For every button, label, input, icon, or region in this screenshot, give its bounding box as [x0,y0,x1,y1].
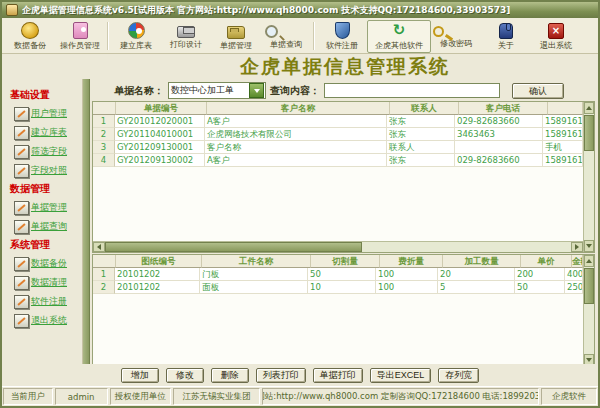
column-header[interactable]: 金额 [572,255,583,268]
column-header[interactable]: 工件名称 [202,255,311,268]
cell-contact: 张东 [387,154,455,167]
toolbar-button-about[interactable]: 关于 [481,20,531,52]
list-print-button[interactable]: 列表打印 [256,368,306,383]
table-row[interactable]: 4 GY201209130002 A客户 张东 029-82683660 158… [93,154,583,167]
notepad-icon [14,126,29,140]
notepad-icon [14,145,29,159]
column-header[interactable]: 客户电话 [459,102,548,115]
title-bar[interactable]: 企虎单据管理信息系统v6.5[试用版本 官方网站:http://www.qh80… [2,2,598,18]
sidebar-item-label: 筛选字段 [31,145,67,158]
content-area: 单据名称： 数控中心加工单 查询内容： 确认 单据编号 客户名称 联系人 [90,79,598,364]
toolbar-button-create-table[interactable]: 建立库表 [111,20,161,52]
add-button[interactable]: 增加 [121,368,159,383]
sidebar-item-create-table[interactable]: 建立库表 [14,125,82,140]
sidebar-item-label: 建立库表 [31,126,67,139]
body-row: 基础设置 用户管理 建立库表 筛选字段 字段对照 数据管理 单据管理 [2,79,598,364]
column-header[interactable] [548,102,583,115]
cell-customer: A客户 [205,154,387,167]
cell-unit-price: 200 [515,268,565,281]
toolbar-button-other-software[interactable]: ↻ 企虎其他软件 [367,20,431,53]
status-bar: 当前用户 admin 授权使用单位 江苏无锡实业集团 官方网站:http://w… [2,386,598,406]
sidebar-item-doc-query[interactable]: 单据查询 [14,219,82,234]
sidebar-item-filter-fields[interactable]: 筛选字段 [14,144,82,159]
column-header[interactable]: 加工数量 [443,255,521,268]
toolbar-button-exit[interactable]: × 退出系统 [531,21,581,52]
export-excel-button[interactable]: 导出EXCEL [370,368,432,383]
delete-button[interactable]: 删除 [211,368,249,383]
toolbar-button-operator-manage[interactable]: 操作员管理 [55,20,105,52]
sidebar-item-doc-manage[interactable]: 单据管理 [14,200,82,215]
scrollbar-thumb[interactable] [105,242,362,252]
table-row[interactable]: 1 20101202 门板 50 100 20 200 4000 [93,268,583,281]
toolbar-button-change-password[interactable]: 修改密码 [431,22,481,50]
orders-vertical-scrollbar[interactable] [583,102,594,252]
row-number: 4 [93,154,115,167]
toolbar-button-backup[interactable]: 数据备份 [5,20,55,52]
sidebar-item-label: 软件注册 [31,295,67,308]
column-header[interactable]: 联系人 [390,102,459,115]
notepad-icon [14,201,29,215]
status-website-info: 官方网站:http://www.qh8000.com 定制咨询QQ:172184… [262,388,538,405]
sidebar-item-user-manage[interactable]: 用户管理 [14,106,82,121]
column-header[interactable]: 切割量 [311,255,380,268]
action-button-row: 增加 修改 删除 列表打印 单据打印 导出EXCEL 存列宽 [2,364,598,386]
column-header[interactable]: 单价 [521,255,572,268]
sidebar-item-field-mapping[interactable]: 字段对照 [14,163,82,178]
scroll-left-icon[interactable] [93,242,105,252]
sidebar-splitter[interactable] [82,79,90,364]
table-row[interactable]: 2 20101202 面板 10 100 5 50 250 [93,281,583,294]
doc-name-select[interactable]: 数控中心加工单 [168,82,266,99]
scrollbar-thumb[interactable] [584,268,594,304]
sidebar-item-label: 数据清理 [31,276,67,289]
toolbar-button-doc-manage[interactable]: 单据管理 [211,21,261,52]
cell-mobile: 手机 [543,141,583,154]
table-row[interactable]: 1 GY201012020001 A客户 张东 029-82683660 158… [93,115,583,128]
sidebar-group-system-manage: 系统管理 [10,238,82,252]
scrollbar-thumb[interactable] [584,115,594,151]
row-number-header [93,102,116,115]
page-title: 企虎单据信息管理系统 [240,55,450,77]
column-header[interactable]: 单据编号 [116,102,207,115]
toolbar-button-register[interactable]: 软件注册 [317,20,367,52]
cell-phone: 029-82683660 [455,154,543,167]
sidebar-item-data-backup[interactable]: 数据备份 [14,256,82,271]
cell-customer: 企虎网络技术有限公司 [205,128,387,141]
doc-print-button[interactable]: 单据打印 [313,368,363,383]
scroll-up-icon[interactable] [584,255,594,267]
toolbar-button-print-design[interactable]: 打印设计 [161,21,211,51]
save-column-width-button[interactable]: 存列宽 [438,368,479,383]
sidebar-item-register[interactable]: 软件注册 [14,294,82,309]
orders-table: 单据编号 客户名称 联系人 客户电话 1 GY201012020001 A客户 … [92,101,595,253]
query-input[interactable] [324,83,500,98]
details-vertical-scrollbar[interactable] [583,255,594,366]
confirm-button[interactable]: 确认 [512,83,564,99]
column-header[interactable]: 费折量 [380,255,443,268]
cell-amount: 4000 [565,268,583,281]
cell-cut-qty: 50 [308,268,376,281]
modify-button[interactable]: 修改 [166,368,204,383]
scroll-down-icon[interactable] [584,240,594,252]
sidebar-item-exit[interactable]: 退出系统 [14,313,82,328]
table-row[interactable]: 2 GY201104010001 企虎网络技术有限公司 张东 3463463 1… [93,128,583,141]
cell-fold-qty: 100 [376,281,438,294]
column-header[interactable]: 图纸编号 [116,255,202,268]
table-row[interactable]: 3 GY201209130001 客户名称 联系人 手机 [93,141,583,154]
details-table-header: 图纸编号 工件名称 切割量 费折量 加工数量 单价 金额 [93,255,583,268]
scroll-up-icon[interactable] [584,102,594,114]
doc-name-value: 数控中心加工单 [169,84,249,97]
status-current-user-label: 当前用户 [3,388,53,405]
sidebar-group-basic-settings: 基础设置 [10,88,82,102]
notepad-icon [14,257,29,271]
cell-mobile: 158916183 [543,115,583,128]
toolbar-button-doc-query[interactable]: 单据查询 [261,22,311,51]
status-licensed-unit-label: 授权使用单位 [110,388,171,405]
cell-doc-no: GY201012020001 [115,115,205,128]
cell-process-qty: 5 [438,281,515,294]
column-header[interactable]: 客户名称 [207,102,390,115]
scroll-right-icon[interactable] [571,242,583,252]
orders-horizontal-scrollbar[interactable] [93,241,583,252]
sidebar-item-data-cleanup[interactable]: 数据清理 [14,275,82,290]
create-table-icon [128,22,145,39]
notepad-icon [14,276,29,290]
chevron-down-icon[interactable] [249,83,264,98]
